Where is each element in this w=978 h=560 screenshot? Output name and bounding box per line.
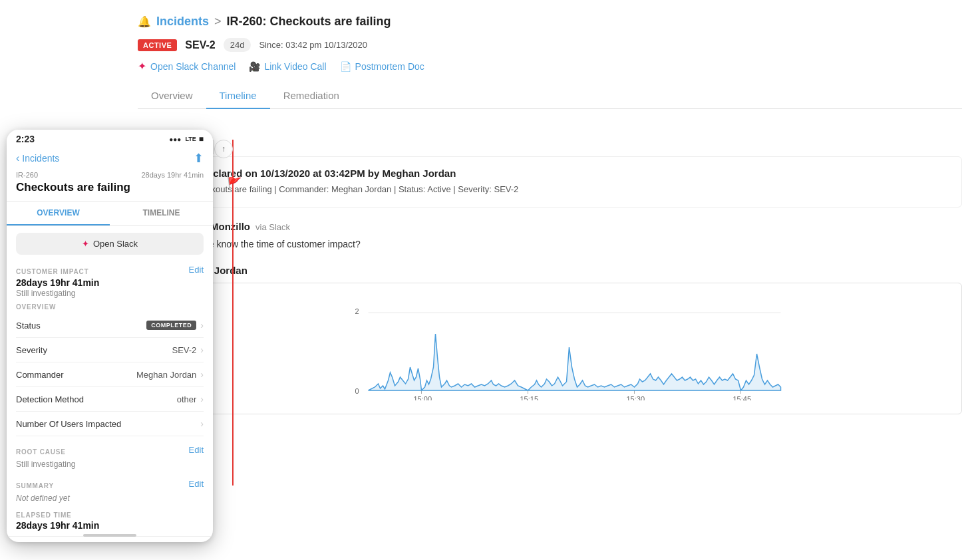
phone-bottom-handle — [83, 534, 136, 537]
notes-title: NOTES — [138, 136, 962, 146]
root-cause-edit[interactable]: Edit — [189, 445, 204, 455]
entry-system-sub: IR-260: Checkouts are failing | Commande… — [160, 183, 951, 196]
comment-charlie: CM Charlie Monzillo via Slack 👋 Do we kn… — [138, 221, 962, 251]
slack-link[interactable]: ✦ Open Slack Channel — [138, 60, 236, 72]
status-badge: ACTIVE — [138, 39, 177, 51]
chevron-right-icon-5: › — [200, 418, 204, 429]
phone-reported-on: REPORTED ON — [7, 536, 213, 542]
slack-btn-label: Open Slack — [93, 239, 138, 249]
row-value-severity: SEV-2 › — [172, 345, 204, 355]
row-label-commander: Commander — [16, 370, 64, 380]
phone-tab-overview[interactable]: OVERVIEW — [7, 202, 110, 225]
tab-remediation[interactable]: Remediation — [270, 83, 353, 109]
phone-slack-button[interactable]: ✦ Open Slack — [16, 233, 204, 255]
main-content: NOTES Incident declared on 10/13/2020 at… — [122, 123, 978, 560]
timeline-entry-system: Incident declared on 10/13/2020 at 03:42… — [138, 156, 962, 208]
svg-text:15:30: 15:30 — [627, 395, 645, 400]
row-label-users: Number Of Users Impacted — [16, 419, 121, 429]
comment-source-charlie: via Slack — [255, 222, 290, 232]
root-cause-label: ROOT CAUSE — [16, 448, 66, 456]
detection-value: other — [177, 394, 197, 404]
phone-incident-title: Checkouts are failing — [16, 181, 204, 194]
summary-value: Not defined yet — [16, 492, 204, 503]
summary-edit[interactable]: Edit — [189, 479, 204, 489]
timeline-line — [232, 140, 234, 486]
svg-text:2: 2 — [355, 307, 359, 315]
signal-bars: ●●● — [169, 136, 181, 143]
incidents-link[interactable]: Incidents — [156, 15, 209, 29]
phone-status-bar: 2:23 ●●● LTE ■ — [7, 130, 213, 148]
completed-badge: COMPLETED — [146, 321, 196, 330]
phone-row-status[interactable]: Status COMPLETED › — [16, 313, 204, 338]
phone-overview-section: OVERVIEW Status COMPLETED › Severity SEV… — [7, 303, 213, 436]
desktop-tabs: Overview Timeline Remediation — [138, 83, 962, 109]
svg-text:15:45: 15:45 — [733, 395, 752, 400]
row-value-commander: Meghan Jordan › — [136, 369, 204, 380]
commander-value: Meghan Jordan — [136, 370, 196, 380]
svg-text:0: 0 — [355, 387, 359, 395]
phone-overlay: 2:23 ●●● LTE ■ ‹ Incidents ⬆ IR-260 28da… — [7, 130, 213, 542]
back-label: Incidents — [22, 153, 59, 164]
share-icon[interactable]: ⬆ — [194, 151, 204, 166]
phone-time: 2:23 — [16, 134, 35, 144]
phone-back-button[interactable]: ‹ Incidents — [16, 152, 59, 164]
customer-impact-label: CUSTOMER IMPACT — [16, 268, 88, 275]
severity-value: SEV-2 — [172, 345, 196, 355]
incident-meta: ACTIVE SEV-2 24d Since: 03:42 pm 10/13/2… — [138, 38, 962, 52]
battery-icon: ■ — [199, 134, 204, 144]
chevron-right-icon-2: › — [200, 345, 204, 355]
customer-impact-edit[interactable]: Edit — [189, 265, 204, 275]
chart-container: 2 0 15:00 15:15 15:30 15:45 — [174, 283, 962, 414]
comment-header-charlie: Charlie Monzillo via Slack — [174, 221, 962, 232]
chevron-right-icon-3: › — [200, 369, 204, 380]
comment-body-meghan: Meghan Jordan 2 0 15:00 — [174, 265, 962, 414]
phone-row-users[interactable]: Number Of Users Impacted › — [16, 412, 204, 436]
phone-row-commander[interactable]: Commander Meghan Jordan › — [16, 362, 204, 387]
phone-tab-timeline[interactable]: TIMELINE — [110, 202, 213, 225]
incidents-icon: 🔔 — [138, 15, 151, 28]
svg-text:15:15: 15:15 — [520, 395, 539, 400]
phone-incident-header: IR-260 28days 19hr 41min Checkouts are f… — [7, 171, 213, 202]
overview-label: OVERVIEW — [16, 303, 204, 311]
phone-tabs: OVERVIEW TIMELINE — [7, 202, 213, 226]
customer-impact-sub: Still investigating — [16, 289, 204, 298]
row-value-users: › — [200, 418, 204, 429]
since-text: Since: 03:42 pm 10/13/2020 — [259, 40, 367, 50]
phone-row-detection[interactable]: Detection Method other › — [16, 387, 204, 412]
video-link[interactable]: 🎥 Link Video Call — [249, 61, 326, 72]
comment-body-charlie: Charlie Monzillo via Slack 👋 Do we know … — [174, 221, 962, 251]
incident-age-label: 28days 19hr 41min — [141, 171, 204, 179]
action-links: ✦ Open Slack Channel 🎥 Link Video Call 📄… — [138, 60, 962, 72]
phone-incident-id: IR-260 28days 19hr 41min — [16, 171, 204, 179]
comment-header-meghan: Meghan Jordan — [174, 265, 962, 276]
chart-svg: 2 0 15:00 15:15 15:30 15:45 — [185, 294, 951, 400]
phone-customer-impact: CUSTOMER IMPACT Edit 28days 19hr 41min S… — [7, 261, 213, 298]
scroll-up-button[interactable]: ↑ — [214, 140, 233, 158]
chevron-left-icon: ‹ — [16, 152, 19, 164]
phone-root-cause: ROOT CAUSE Edit Still investigating — [7, 436, 213, 469]
elapsed-value: 28days 19hr 41min — [16, 520, 204, 531]
phone-signal: ●●● LTE ■ — [169, 134, 204, 144]
slack-icon-phone: ✦ — [82, 239, 89, 249]
postmortem-link[interactable]: 📄 Postmortem Doc — [340, 61, 424, 72]
entry-system-title: Incident declared on 10/13/2020 at 03:42… — [160, 168, 951, 179]
summary-label: SUMMARY — [16, 482, 54, 490]
tab-overview[interactable]: Overview — [138, 83, 206, 109]
flag-icon: 🚩 — [227, 176, 242, 191]
row-label-detection: Detection Method — [16, 394, 84, 404]
root-cause-value: Still investigating — [16, 458, 204, 469]
tab-timeline[interactable]: Timeline — [206, 83, 270, 109]
elapsed-label: ELAPSED TIME — [16, 511, 72, 519]
phone-row-severity[interactable]: Severity SEV-2 › — [16, 338, 204, 362]
phone-elapsed: ELAPSED TIME 28days 19hr 41min — [7, 503, 213, 536]
slack-label: Open Slack Channel — [150, 61, 236, 72]
phone-summary: SUMMARY Edit Not defined yet — [7, 476, 213, 503]
desktop-header: 🔔 Incidents > IR-260: Checkouts are fail… — [122, 0, 978, 109]
video-label: Link Video Call — [264, 61, 326, 72]
comment-meghan: MJ Meghan Jordan 2 0 — [138, 265, 962, 414]
slack-icon: ✦ — [138, 60, 146, 72]
incident-id-label: IR-260 — [16, 171, 38, 179]
postmortem-icon: 📄 — [340, 61, 351, 72]
row-value-detection: other › — [177, 394, 204, 404]
lte-label: LTE — [185, 136, 196, 142]
